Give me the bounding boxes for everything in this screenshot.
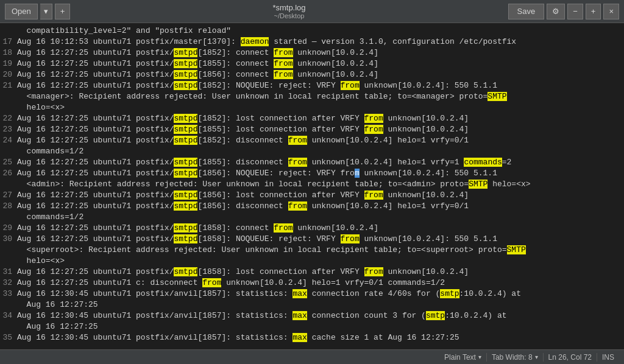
plain-text-label: Plain Text — [444, 353, 476, 362]
line-content: Aug 16 12:27:25 ubuntu71 postfix/smtpd[1… — [17, 201, 624, 212]
line-content: Aug 16 12:27:25 ubuntu71 postfix/smtpd[1… — [17, 157, 624, 168]
titlebar-left: Open ▾ + — [5, 4, 70, 19]
line-content: Aug 16 12:27:25 — [17, 321, 624, 332]
line-item: 18 Aug 16 12:27:25 ubuntu71 postfix/smtp… — [0, 47, 624, 58]
maximize-button[interactable]: + — [586, 4, 601, 19]
line-item: 24 Aug 16 12:27:25 ubuntu71 postfix/smtp… — [0, 135, 624, 146]
open-dropdown-button[interactable]: ▾ — [40, 4, 52, 19]
line-content: Aug 16 12:27:25 ubuntu71 postfix/smtpd[1… — [17, 58, 624, 69]
line-number: 27 — [0, 190, 17, 201]
line-number: 25 — [0, 157, 17, 168]
open-button[interactable]: Open — [5, 4, 38, 19]
line-content: Aug 16 12:30:45 ubuntu71 postfix/anvil[1… — [17, 289, 624, 299]
line-item: 32 Aug 16 12:27:25 ubuntu71 c: disconnec… — [0, 278, 624, 289]
line-number: 29 — [0, 223, 17, 234]
line-number — [0, 102, 17, 113]
line-item: commands=1/2 — [0, 146, 624, 157]
close-button[interactable]: × — [603, 4, 619, 19]
line-item: commands=1/2 — [0, 212, 624, 223]
line-number — [0, 212, 17, 223]
line-item: helo=<x> — [0, 256, 624, 267]
ins-label: INS — [602, 353, 614, 362]
line-item: 31 Aug 16 12:27:25 ubuntu71 postfix/smtp… — [0, 267, 624, 278]
line-item: 21 Aug 16 12:27:25 ubuntu71 postfix/smtp… — [0, 80, 624, 91]
line-item: 35 Aug 16 12:30:45 ubuntu71 postfix/anvi… — [0, 332, 624, 343]
line-number: 23 — [0, 124, 17, 135]
line-content: <superroot>: Recipient address rejected:… — [17, 245, 624, 256]
line-number — [0, 321, 17, 332]
line-number: 19 — [0, 58, 17, 69]
line-number: 17 — [0, 37, 17, 47]
line-item: <admin>: Recipient address rejected: Use… — [0, 179, 624, 190]
line-item: Aug 16 12:27:25 — [0, 299, 624, 310]
line-number: 22 — [0, 113, 17, 124]
line-content: Aug 16 10:12:53 ubuntu71 postfix/master[… — [17, 37, 624, 47]
line-content: Aug 16 12:27:25 ubuntu71 postfix/smtpd[1… — [17, 267, 624, 278]
line-number — [0, 245, 17, 256]
line-item-active: 26 Aug 16 12:27:25 ubuntu71 postfix/smtp… — [0, 168, 624, 179]
line-item: 23 Aug 16 12:27:25 ubuntu71 postfix/smtp… — [0, 124, 624, 135]
new-tab-button[interactable]: + — [55, 4, 71, 19]
line-number: 26 — [0, 168, 17, 179]
line-content: Aug 16 12:27:25 ubuntu71 postfix/smtpd[1… — [17, 234, 624, 245]
minimize-button[interactable]: − — [567, 4, 583, 19]
line-item: <superroot>: Recipient address rejected:… — [0, 245, 624, 256]
line-number — [0, 146, 17, 157]
line-item: helo=<x> — [0, 102, 624, 113]
titlebar: Open ▾ + *smtp.log ~/Desktop Save ⚙ − + … — [0, 0, 624, 23]
line-number — [0, 91, 17, 102]
tab-width-selector[interactable]: Tab Width: 8 ▾ — [487, 353, 544, 362]
tab-width-dropdown-icon: ▾ — [535, 354, 538, 360]
line-content: Aug 16 12:27:25 ubuntu71 postfix/smtpd[1… — [17, 223, 624, 234]
line-number: 18 — [0, 47, 17, 58]
line-item: <manager>: Recipient address rejected: U… — [0, 91, 624, 102]
line-number: 21 — [0, 80, 17, 91]
plain-text-selector[interactable]: Plain Text ▾ — [439, 353, 487, 362]
filepath-label: ~/Desktop — [74, 12, 504, 19]
line-item: 28 Aug 16 12:27:25 ubuntu71 postfix/smtp… — [0, 201, 624, 212]
line-content: Aug 16 12:27:25 — [17, 299, 624, 310]
line-item: 30 Aug 16 12:27:25 ubuntu71 postfix/smtp… — [0, 234, 624, 245]
gear-button[interactable]: ⚙ — [547, 4, 565, 19]
line-item: 20 Aug 16 12:27:25 ubuntu71 postfix/smtp… — [0, 69, 624, 80]
line-number: 24 — [0, 135, 17, 146]
line-item: 33 Aug 16 12:30:45 ubuntu71 postfix/anvi… — [0, 289, 624, 299]
line-number: 30 — [0, 234, 17, 245]
line-content: Aug 16 12:30:45 ubuntu71 postfix/anvil[1… — [17, 332, 624, 343]
titlebar-center: *smtp.log ~/Desktop — [74, 3, 504, 19]
line-item: Aug 16 12:27:25 — [0, 321, 624, 332]
line-number: 35 — [0, 332, 17, 343]
line-content: Aug 16 12:27:25 ubuntu71 postfix/smtpd[1… — [17, 124, 624, 135]
line-item: 17 Aug 16 10:12:53 ubuntu71 postfix/mast… — [0, 37, 624, 47]
line-content: Aug 16 12:27:25 ubuntu71 c: disconnect f… — [17, 278, 624, 289]
line-number: 28 — [0, 201, 17, 212]
line-number — [0, 179, 17, 190]
line-content: Aug 16 12:27:25 ubuntu71 postfix/smtpd[1… — [17, 80, 624, 91]
line-item: 22 Aug 16 12:27:25 ubuntu71 postfix/smtp… — [0, 113, 624, 124]
line-item: compatibility_level=2" and "postfix relo… — [0, 26, 624, 37]
line-content: <manager>: Recipient address rejected: U… — [17, 91, 624, 102]
line-content: helo=<x> — [17, 102, 624, 113]
tab-width-label: Tab Width: 8 — [492, 353, 533, 362]
filename-label: *smtp.log — [74, 3, 504, 12]
line-number: 33 — [0, 289, 17, 299]
line-content: Aug 16 12:27:25 ubuntu71 postfix/smtpd[1… — [17, 190, 624, 201]
titlebar-right: Save ⚙ − + × — [508, 4, 619, 19]
editor-area[interactable]: compatibility_level=2" and "postfix relo… — [0, 23, 624, 349]
line-number: 32 — [0, 278, 17, 289]
line-content: Aug 16 12:27:25 ubuntu71 postfix/smtpd[1… — [17, 47, 624, 58]
line-content: Aug 16 12:27:25 ubuntu71 postfix/smtpd[1… — [17, 135, 624, 146]
line-content: commands=1/2 — [17, 146, 624, 157]
line-item: 27 Aug 16 12:27:25 ubuntu71 postfix/smtp… — [0, 190, 624, 201]
line-number — [0, 256, 17, 267]
line-number — [0, 299, 17, 310]
line-content: Aug 16 12:30:45 ubuntu71 postfix/anvil[1… — [17, 310, 624, 321]
save-button[interactable]: Save — [508, 4, 545, 19]
line-number: 34 — [0, 310, 17, 321]
line-content: compatibility_level=2" and "postfix relo… — [17, 26, 624, 37]
cursor-position: Ln 26, Col 72 — [544, 353, 597, 362]
line-content: Aug 16 12:27:25 ubuntu71 postfix/smtpd[1… — [17, 69, 624, 80]
line-number: 31 — [0, 267, 17, 278]
line-content: commands=1/2 — [17, 212, 624, 223]
ins-mode: INS — [597, 353, 619, 362]
